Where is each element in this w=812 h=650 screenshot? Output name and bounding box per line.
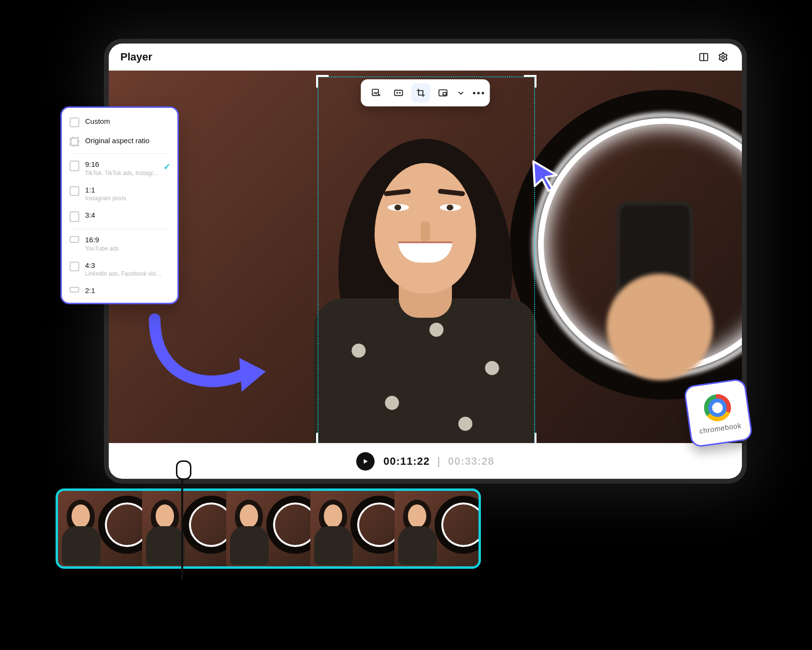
svg-point-6 <box>399 92 400 93</box>
timeline-frame <box>310 491 394 566</box>
timeline-frame <box>142 491 226 566</box>
custom-crop-icon <box>70 118 79 127</box>
aspect-option-2-1[interactable]: 2:1 <box>62 282 177 300</box>
add-media-icon[interactable] <box>367 83 386 103</box>
svg-rect-4 <box>394 90 403 96</box>
crop-toolbar <box>361 79 490 106</box>
original-aspect-icon <box>70 137 79 147</box>
aspect-option-original[interactable]: Original aspect ratio <box>62 132 177 151</box>
timeline-clip[interactable] <box>56 488 481 569</box>
player-title: Player <box>120 51 152 63</box>
timeline-playhead[interactable] <box>181 463 183 579</box>
settings-gear-icon[interactable] <box>716 50 730 64</box>
timeline-frame <box>58 491 142 566</box>
timeline-frame <box>394 491 478 566</box>
cursor-pointer-icon <box>529 159 562 192</box>
aspect-ratio-sub: Instagram posts <box>85 195 126 202</box>
play-button[interactable] <box>356 452 375 471</box>
aspect-ratio-label: 16:9 <box>85 236 119 244</box>
aspect-option-4-3[interactable]: 4:3LinkedIn ads, Facebook vid… <box>62 257 177 282</box>
aspect-ratio-label: 2:1 <box>85 287 95 295</box>
aspect-thumb-icon <box>70 236 79 243</box>
aspect-thumb-icon <box>70 287 79 293</box>
check-icon: ✓ <box>163 162 171 172</box>
callout-arrow-icon <box>145 314 271 401</box>
player-window: Player <box>109 44 742 479</box>
svg-point-5 <box>397 92 398 93</box>
captions-icon[interactable] <box>389 83 408 103</box>
chromebook-label: chromebook <box>699 421 742 435</box>
aspect-option-custom[interactable]: Custom <box>62 113 177 132</box>
aspect-ratio-label: 4:3 <box>85 262 161 270</box>
hand-prop <box>607 274 713 380</box>
aspect-ratio-sub: LinkedIn ads, Facebook vid… <box>85 270 161 277</box>
crop-icon[interactable] <box>411 83 431 103</box>
player-titlebar: Player <box>109 44 742 71</box>
pip-caret-icon[interactable] <box>456 83 466 103</box>
pip-icon[interactable] <box>434 83 453 103</box>
crop-handle-tr[interactable] <box>524 75 536 88</box>
aspect-option-3-4[interactable]: 3:4 <box>62 207 177 227</box>
chrome-logo-icon <box>702 392 733 423</box>
aspect-option-9-16[interactable]: 9:16TikTok, TikTok ads, Instagr…✓ <box>62 156 177 181</box>
chromebook-badge: chromebook <box>683 378 754 448</box>
aspect-ratio-sub: YouTube ads <box>85 245 119 252</box>
aspect-thumb-icon <box>70 161 79 171</box>
more-icon[interactable] <box>470 92 484 94</box>
svg-point-2 <box>722 56 725 59</box>
crop-handle-tl[interactable] <box>316 75 329 88</box>
aspect-thumb-icon <box>70 211 79 222</box>
aspect-ratio-label: 9:16 <box>85 161 159 169</box>
timecode-duration: 00:33:28 <box>448 455 494 467</box>
aspect-ratio-menu: Custom Original aspect ratio 9:16TikTok,… <box>60 106 179 304</box>
aspect-ratio-label: 1:1 <box>85 186 126 194</box>
aspect-thumb-icon <box>70 186 79 196</box>
aspect-option-16-9[interactable]: 16:9YouTube ads <box>62 231 177 257</box>
timecode-current: 00:11:22 <box>383 455 430 467</box>
layout-split-icon[interactable] <box>696 50 711 64</box>
aspect-ratio-label: 3:4 <box>85 211 95 220</box>
transport-bar: 00:11:22 | 00:33:28 <box>109 443 742 479</box>
timecode: 00:11:22 | 00:33:28 <box>383 455 494 468</box>
aspect-thumb-icon <box>70 262 79 271</box>
aspect-option-1-1[interactable]: 1:1Instagram posts <box>62 181 177 207</box>
timeline-frame <box>226 491 310 566</box>
aspect-ratio-sub: TikTok, TikTok ads, Instagr… <box>85 170 159 177</box>
svg-rect-8 <box>443 92 446 95</box>
